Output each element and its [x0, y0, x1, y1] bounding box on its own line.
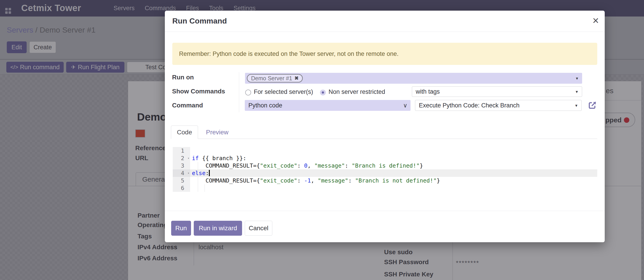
code-editor[interactable]: 12▾if {{ branch }}:3 COMMAND_RESULT={"ex…	[173, 147, 597, 192]
with-tags-select[interactable]: with tags ▾	[412, 86, 582, 97]
close-icon[interactable]: ×	[592, 13, 599, 28]
radio-for-selected-servers-label[interactable]: For selected server(s)	[254, 88, 313, 95]
caret-down-icon: ▾	[576, 76, 578, 81]
caret-down-icon: ▾	[575, 103, 578, 108]
editor-line-2[interactable]: 2▾if {{ branch }}:	[173, 155, 597, 162]
command-select[interactable]: Execute Python Code: Check Branch ▾	[415, 100, 582, 111]
radio-for-selected-servers[interactable]	[245, 90, 251, 95]
show-commands-label: Show Commands	[172, 88, 225, 95]
modal-footer-divider	[165, 211, 605, 211]
editor-code-line[interactable]: if {{ branch }}:	[190, 155, 597, 162]
run-on-label: Run on	[172, 74, 194, 81]
editor-gutter-line-number: 1	[173, 147, 190, 155]
editor-code-line[interactable]: COMMAND_RESULT={"exit_code": -1, "messag…	[190, 177, 597, 184]
editor-gutter-line-number: 3	[173, 162, 190, 169]
editor-gutter-line-number: 5	[173, 177, 190, 184]
run-in-wizard-button[interactable]: Run in wizard	[194, 221, 242, 236]
text-cursor	[209, 170, 210, 176]
editor-code-line[interactable]: else:	[190, 169, 597, 177]
caret-down-icon: ▾	[576, 89, 578, 94]
editor-line-1[interactable]: 1	[173, 147, 597, 155]
command-label: Command	[172, 102, 203, 109]
modal-header-divider	[165, 32, 605, 32]
server-tag-label: Demo Server #1	[251, 75, 292, 82]
cancel-button[interactable]: Cancel	[245, 221, 272, 236]
editor-code-line[interactable]	[190, 147, 597, 155]
editor-line-3[interactable]: 3 COMMAND_RESULT={"exit_code": 0, "messa…	[173, 162, 597, 169]
chevron-down-icon: ∨	[403, 102, 407, 109]
server-tag-remove-icon[interactable]: ✖	[294, 75, 298, 81]
editor-gutter-line-number: 4▾	[173, 169, 190, 177]
radio-non-server-restricted-label[interactable]: Non server restricted	[328, 88, 385, 95]
run-button[interactable]: Run	[171, 221, 191, 236]
warning-alert-text: Remember: Python code is executed on the…	[179, 50, 398, 57]
indent-guide	[198, 184, 198, 192]
editor-code-line[interactable]: COMMAND_RESULT={"exit_code": 0, "message…	[190, 162, 597, 169]
fold-arrow-icon[interactable]: ▾	[188, 169, 190, 177]
run-on-select[interactable]: Demo Server #1 ✖ ▾	[245, 73, 582, 84]
screen: Cetmix Tower Servers Commands Files Tool…	[0, 0, 644, 280]
modal-title: Run Command	[172, 17, 227, 25]
external-link-icon[interactable]	[587, 100, 597, 110]
editor-gutter-line-number: 6	[173, 184, 190, 192]
run-command-modal: Run Command × Remember: Python code is e…	[165, 11, 605, 242]
form-column-divider	[239, 72, 239, 112]
server-tag[interactable]: Demo Server #1 ✖	[247, 74, 303, 83]
indent-guide	[198, 162, 198, 169]
command-type-select[interactable]: Python code ∨	[245, 100, 410, 111]
tab-code[interactable]: Code	[171, 125, 198, 139]
editor-gutter-line-number: 2▾	[173, 155, 190, 162]
editor-line-5[interactable]: 5 COMMAND_RESULT={"exit_code": -1, "mess…	[173, 177, 597, 184]
indent-guide	[198, 177, 198, 184]
editor-line-6[interactable]: 6	[173, 184, 597, 192]
editor-code-line[interactable]	[190, 184, 597, 192]
warning-alert: Remember: Python code is executed on the…	[172, 43, 597, 65]
editor-line-4[interactable]: 4▾else:	[173, 169, 597, 177]
indent-guide	[204, 184, 205, 192]
fold-arrow-icon[interactable]: ▾	[188, 155, 190, 162]
radio-non-server-restricted[interactable]	[320, 90, 326, 95]
tab-preview[interactable]: Preview	[204, 125, 231, 139]
